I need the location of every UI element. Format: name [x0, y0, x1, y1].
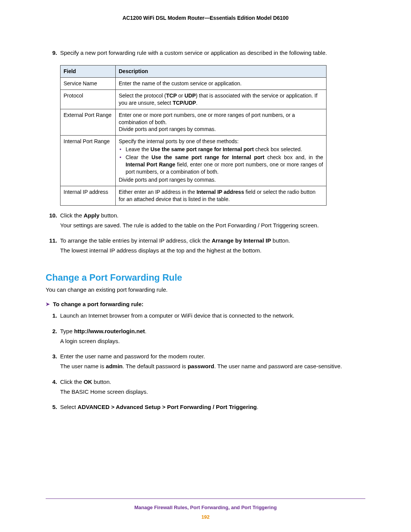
step-subtext: The lowest internal IP address displays …	[60, 247, 365, 254]
step-body: Launch an Internet browser from a comput…	[60, 312, 365, 323]
text: Either enter an IP address in the	[119, 189, 196, 195]
bold: http://www.routerlogin.net	[74, 328, 145, 334]
table-header-row: Field Description	[61, 66, 327, 78]
section-heading: Change a Port Forwarding Rule	[46, 272, 365, 284]
step-subtext: Your settings are saved. The rule is add…	[60, 222, 365, 229]
text: .	[257, 404, 258, 410]
table-row: Service Name Enter the name of the custo…	[61, 78, 327, 90]
bold: TCP/UDP	[173, 100, 196, 106]
table-row: External Port Range Enter one or more po…	[61, 109, 327, 136]
text: or	[177, 93, 185, 99]
text: . The user name and password are case-se…	[214, 363, 342, 369]
step-number: 4.	[46, 378, 60, 400]
page-header: AC1200 WiFi DSL Modem Router—Essentials …	[46, 14, 365, 22]
step-subtext: The user name is admin. The default pass…	[60, 363, 365, 370]
text: Select	[60, 404, 78, 410]
step-number: 5.	[46, 403, 60, 415]
step-text: Type http://www.routerlogin.net.	[60, 328, 365, 335]
bold: ADVANCED > Advanced Setup > Port Forward…	[78, 404, 257, 410]
text: check box and, in the	[264, 154, 323, 160]
step-subtext: A login screen displays.	[60, 337, 365, 345]
cell-desc: Select the protocol (TCP or UDP) that is…	[116, 89, 327, 109]
table-row: Internal Port Range Specify the internal…	[61, 136, 327, 186]
footer-title: Manage Firewall Rules, Port Forwarding, …	[46, 504, 365, 511]
list-item: Clear the Use the same port range for In…	[126, 154, 323, 176]
substep-3: 3. Enter the user name and password for …	[46, 353, 365, 374]
bold: password	[188, 363, 214, 369]
list-item: Leave the Use the same port range for In…	[126, 146, 323, 153]
cell-field: Internal IP address	[61, 186, 116, 205]
step-number: 3.	[46, 353, 60, 374]
cell-desc: Enter one or more port numbers, one or m…	[116, 109, 327, 136]
text: .	[196, 100, 198, 106]
cell-desc: Specify the internal ports by one of the…	[116, 136, 327, 186]
task-heading: ➤ To change a port forwarding rule:	[46, 300, 365, 308]
step-body: Type http://www.routerlogin.net. A login…	[60, 328, 365, 349]
text: button.	[99, 212, 118, 219]
step-text: Click the OK button.	[60, 378, 365, 386]
cell-field: Protocol	[61, 89, 116, 109]
step-number: 11.	[46, 237, 60, 259]
step-10: 10. Click the Apply button. Your setting…	[46, 212, 365, 233]
text: . The default password is	[123, 363, 188, 369]
bold: Internal Port Range	[126, 161, 175, 168]
footer-divider	[46, 498, 365, 499]
text: Leave the	[126, 146, 150, 152]
bold: Arrange by Internal IP	[212, 237, 271, 244]
step-text: Select ADVANCED > Advanced Setup > Port …	[60, 403, 365, 411]
col-field: Field	[61, 66, 116, 78]
step-text: Specify a new port forwarding rule with …	[60, 49, 365, 57]
step-body: Select ADVANCED > Advanced Setup > Port …	[60, 403, 365, 415]
step-text: To arrange the table entries by internal…	[60, 237, 365, 244]
task-label: To change a port forwarding rule:	[53, 300, 143, 308]
substep-1: 1. Launch an Internet browser from a com…	[46, 312, 365, 323]
text: .	[145, 328, 147, 334]
step-body: Click the OK button. The BASIC Home scre…	[60, 378, 365, 400]
bold: admin	[106, 363, 123, 369]
bold: Use the same port range for Internal por…	[151, 154, 264, 160]
text: The user name is	[60, 363, 106, 369]
text: Type	[60, 328, 74, 334]
text: Select the protocol (	[119, 93, 166, 99]
step-subtext: The BASIC Home screen displays.	[60, 388, 365, 396]
step-9: 9. Specify a new port forwarding rule wi…	[46, 49, 365, 61]
step-number: 2.	[46, 328, 60, 349]
text: To arrange the table entries by internal…	[60, 237, 212, 244]
bold: TCP	[166, 93, 177, 99]
section-intro: You can change an existing port forwardi…	[46, 286, 365, 294]
text: button.	[271, 237, 290, 244]
substep-2: 2. Type http://www.routerlogin.net. A lo…	[46, 328, 365, 349]
bold: Apply	[84, 212, 100, 219]
arrow-icon: ➤	[46, 301, 50, 308]
text: Click the	[60, 379, 84, 385]
bold: Use the same port range for Internal por…	[150, 146, 254, 152]
step-body: Click the Apply button. Your settings ar…	[60, 212, 365, 233]
text: button.	[92, 379, 111, 385]
fields-table: Field Description Service Name Enter the…	[60, 65, 327, 205]
text: Click the	[60, 212, 84, 219]
step-number: 10.	[46, 212, 60, 233]
cell-desc: Enter the name of the custom service or …	[116, 78, 327, 90]
text: Enter one or more port numbers, one or m…	[119, 112, 323, 126]
step-text: Launch an Internet browser from a comput…	[60, 312, 365, 320]
step-body: Specify a new port forwarding rule with …	[60, 49, 365, 61]
page-number: 192	[46, 514, 365, 521]
text: check box selected.	[254, 146, 302, 152]
step-text: Enter the user name and password for the…	[60, 353, 365, 360]
text: Clear the	[126, 154, 151, 160]
page-footer: Manage Firewall Rules, Port Forwarding, …	[46, 498, 365, 521]
bold: OK	[84, 379, 92, 385]
step-body: Enter the user name and password for the…	[60, 353, 365, 374]
cell-field: Internal Port Range	[61, 136, 116, 186]
step-number: 9.	[46, 49, 60, 61]
bold: Internal IP address	[196, 189, 244, 195]
col-description: Description	[116, 66, 327, 78]
cell-field: External Port Range	[61, 109, 116, 136]
step-body: To arrange the table entries by internal…	[60, 237, 365, 259]
table-row: Protocol Select the protocol (TCP or UDP…	[61, 89, 327, 109]
cell-desc: Either enter an IP address in the Intern…	[116, 186, 327, 205]
step-11: 11. To arrange the table entries by inte…	[46, 237, 365, 259]
cell-field: Service Name	[61, 78, 116, 90]
bullet-list: Leave the Use the same port range for In…	[119, 146, 323, 176]
document-page: AC1200 WiFi DSL Modem Router—Essentials …	[0, 0, 411, 532]
